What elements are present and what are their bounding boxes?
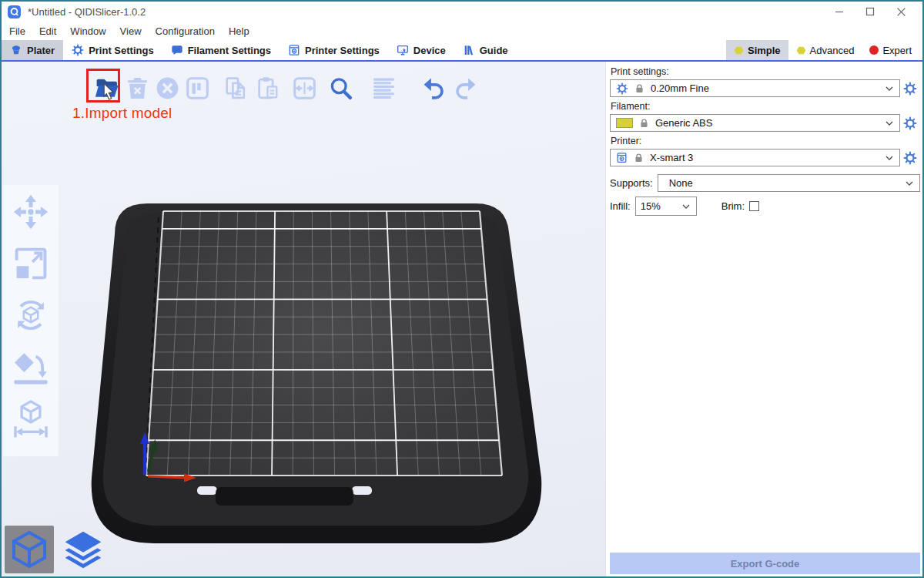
print-settings-combo[interactable]: 0.20mm Fine <box>610 79 900 97</box>
chevron-down-icon <box>884 83 895 94</box>
circle-icon <box>869 45 879 55</box>
paste-icon <box>256 76 281 101</box>
settings-panel: Print settings: 0.20mm Fine Filament: Ge… <box>605 62 922 576</box>
search-button[interactable] <box>326 73 355 102</box>
split-objects-button[interactable] <box>290 73 319 102</box>
chevron-down-icon <box>884 153 895 163</box>
trash-icon <box>125 76 150 101</box>
scale-icon <box>11 244 51 284</box>
split-icon <box>292 76 317 101</box>
editor-view-button[interactable] <box>5 526 54 573</box>
print-settings-gear-button[interactable] <box>900 79 920 97</box>
arrange-button[interactable] <box>182 73 212 102</box>
tab-bar: Plater Print Settings Filament Settings … <box>2 40 922 62</box>
gizmo-toolbar <box>3 185 59 456</box>
filament-color-swatch <box>616 118 633 128</box>
window-controls <box>824 2 916 21</box>
viewport-3d[interactable]: 1.Import model <box>2 62 605 576</box>
filament-row: Generic ABS <box>610 114 920 132</box>
gear-icon <box>72 44 84 56</box>
delete-all-button[interactable] <box>152 73 182 102</box>
gear-icon <box>903 82 917 96</box>
view-switch <box>5 526 108 573</box>
gear-icon <box>903 151 917 165</box>
search-icon <box>328 76 353 101</box>
menu-help[interactable]: Help <box>222 22 256 40</box>
print-settings-value: 0.20mm Fine <box>651 82 709 94</box>
paste-button[interactable] <box>253 73 283 102</box>
export-gcode-button[interactable]: Export G-code <box>610 553 920 574</box>
mode-expert[interactable]: Expert <box>862 40 919 60</box>
delete-button[interactable] <box>122 73 152 102</box>
move-icon <box>11 192 51 232</box>
variable-layer-height-button[interactable] <box>369 73 398 102</box>
annotation-import-model: 1.Import model <box>72 105 172 122</box>
title-bar: *Untitled - QIDISlicer-1.0.2 <box>2 2 922 22</box>
tab-guide[interactable]: Guide <box>454 40 517 60</box>
arrange-icon <box>185 76 210 101</box>
copy-icon <box>223 76 249 101</box>
window-title: *Untitled - QIDISlicer-1.0.2 <box>28 6 146 18</box>
place-on-face-icon <box>11 347 51 387</box>
undo-button[interactable] <box>419 73 448 102</box>
filament-label: Filament: <box>611 101 920 112</box>
tab-filament-settings[interactable]: Filament Settings <box>162 40 280 60</box>
infill-row: Infill: 15% Brim: <box>610 197 920 216</box>
infill-label: Infill: <box>610 200 631 212</box>
chevron-down-icon <box>884 118 895 129</box>
infill-value: 15% <box>641 200 661 212</box>
redo-button[interactable] <box>450 73 480 102</box>
mode-advanced[interactable]: Advanced <box>788 40 862 60</box>
printer-icon <box>616 152 628 163</box>
move-tool-button[interactable] <box>8 190 53 234</box>
place-on-face-tool-button[interactable] <box>8 344 53 389</box>
layer-lines-icon <box>371 76 397 101</box>
minimize-icon[interactable] <box>824 2 855 21</box>
printer-gear-button[interactable] <box>900 149 920 166</box>
mode-simple[interactable]: Simple <box>726 40 788 60</box>
printer-icon <box>288 44 300 56</box>
brim-checkbox[interactable] <box>749 201 759 211</box>
menu-window[interactable]: Window <box>63 22 112 40</box>
chevron-down-icon <box>681 201 691 212</box>
menu-view[interactable]: View <box>113 22 149 40</box>
layers-icon <box>62 528 105 571</box>
measure-icon <box>11 398 51 439</box>
rotate-tool-button[interactable] <box>8 293 53 338</box>
gear-icon <box>903 116 917 130</box>
tab-device[interactable]: Device <box>388 40 454 60</box>
supports-combo[interactable]: None <box>658 174 920 192</box>
delete-all-icon <box>155 76 180 101</box>
infill-combo[interactable]: 15% <box>635 197 697 216</box>
measure-tool-button[interactable] <box>8 396 53 441</box>
preview-view-button[interactable] <box>59 526 108 573</box>
copy-button[interactable] <box>221 73 250 102</box>
app-window: *Untitled - QIDISlicer-1.0.2 File Edit W… <box>0 0 924 578</box>
filament-combo[interactable]: Generic ABS <box>610 114 900 132</box>
filament-value: Generic ABS <box>655 117 712 129</box>
gear-icon <box>616 82 628 95</box>
menu-configuration[interactable]: Configuration <box>149 22 222 40</box>
main-area: 1.Import model Print settings: <box>2 62 922 576</box>
filament-gear-button[interactable] <box>900 114 920 132</box>
printer-combo[interactable]: X-smart 3 <box>610 149 900 166</box>
print-settings-row: 0.20mm Fine <box>610 79 920 97</box>
printer-value: X-smart 3 <box>650 152 693 163</box>
printer-label: Printer: <box>611 136 920 146</box>
printer-row: X-smart 3 <box>610 149 920 166</box>
lock-icon <box>639 118 649 129</box>
scale-tool-button[interactable] <box>8 241 53 286</box>
tab-plater[interactable]: Plater <box>2 40 63 60</box>
menu-edit[interactable]: Edit <box>32 22 63 40</box>
menu-file[interactable]: File <box>2 22 32 40</box>
maximize-icon[interactable] <box>855 2 886 21</box>
brim-label: Brim: <box>721 200 745 212</box>
rotate-icon <box>11 295 51 335</box>
tab-printer-settings[interactable]: Printer Settings <box>280 40 388 60</box>
close-icon[interactable] <box>886 2 916 21</box>
tab-print-settings[interactable]: Print Settings <box>63 40 162 60</box>
plater-icon <box>10 44 22 56</box>
device-icon <box>397 44 409 56</box>
print-settings-label: Print settings: <box>611 66 920 77</box>
filament-icon <box>171 44 183 56</box>
